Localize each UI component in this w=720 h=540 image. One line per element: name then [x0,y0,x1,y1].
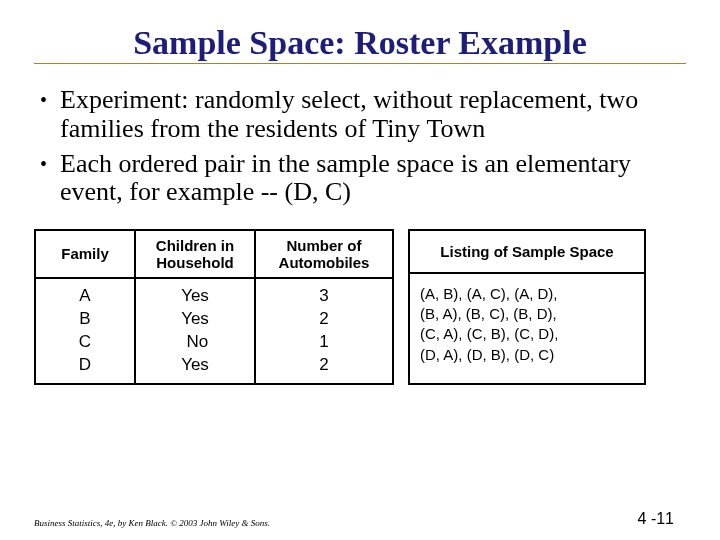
bullet-dot: • [40,150,60,207]
bullet-item: • Experiment: randomly select, without r… [40,86,676,143]
bullet-item: • Each ordered pair in the sample space … [40,150,676,207]
data-table: Family Children in Household Number of A… [34,229,394,385]
bullet-dot: • [40,86,60,143]
content-row: Family Children in Household Number of A… [34,229,686,385]
listing-header: Listing of Sample Space [410,231,644,274]
table-header-row: Family Children in Household Number of A… [35,230,393,278]
page-title: Sample Space: Roster Example [34,24,686,64]
col-header-children: Children in Household [135,230,255,278]
bullet-text: Each ordered pair in the sample space is… [60,150,676,207]
cell-autos: 3 2 1 2 [255,278,393,384]
listing-body: (A, B), (A, C), (A, D), (B, A), (B, C), … [410,274,644,383]
table-row: A B C D Yes Yes No Yes 3 2 1 2 [35,278,393,384]
col-header-autos: Number of Automobiles [255,230,393,278]
slide: Sample Space: Roster Example • Experimen… [0,0,720,540]
footer-citation: Business Statistics, 4e, by Ken Black. ©… [34,518,270,528]
listing-box: Listing of Sample Space (A, B), (A, C), … [408,229,646,385]
cell-family: A B C D [35,278,135,384]
bullet-list: • Experiment: randomly select, without r… [34,86,686,206]
page-number: 4 -11 [638,510,674,528]
cell-children: Yes Yes No Yes [135,278,255,384]
bullet-text: Experiment: randomly select, without rep… [60,86,676,143]
col-header-family: Family [35,230,135,278]
